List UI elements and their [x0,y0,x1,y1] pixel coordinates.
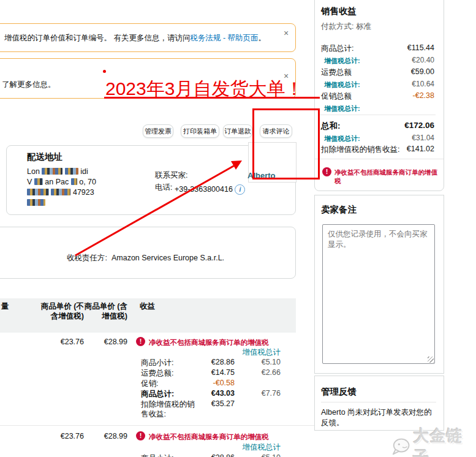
sales-divider [315,159,444,159]
warning-icon: ! [322,167,331,176]
annotation-underline [104,97,320,99]
sales-row-sub-label: 增值税总计: [324,80,360,89]
sales-total-vat-value: €31.04 [385,134,434,142]
sales-proceeds-title: 销售收益 [321,6,357,17]
row1-price-ex-vat: €23.76 [35,338,84,346]
redacted-block [42,168,62,175]
breakdown-value: -€0.58 [179,379,235,387]
row1-vat-total-header: 增值税总计 [233,347,281,358]
watermark: 大金链子 [391,425,476,457]
sales-row-value: €115.44 [385,43,434,52]
feedback-divider [321,402,436,402]
manage-feedback-title: 管理反馈 [321,386,357,398]
col-proceeds: 收益 [140,301,155,312]
breakdown-value: €14.75 [179,368,235,377]
breakdown-value: €28.86 [179,453,235,457]
manage-invoice-button[interactable]: 管理发票 [143,124,173,138]
vat-notice-box: 增值税的订单价值和订单编号。 有关更多信息，请访问税务法规 - 帮助页面。 × [0,23,296,52]
seller-notes-card: 卖家备注 [314,195,444,374]
warning-icon: ! [136,337,145,346]
annotation-rectangle [252,108,320,179]
order-refund-button[interactable]: 订单退款 [223,124,252,138]
row2-vat-warning: 净收益不包括商城服务商订单的增值税 [149,432,269,442]
annotation-dot [103,70,106,73]
shipping-address-line4 [27,198,45,207]
annotation-arrow [61,153,251,263]
sales-warning: 净收益不包括商城服务商订单的增值税 [334,168,444,186]
row-divider [0,425,314,426]
sales-row-sub-label: 增值税总计: [324,56,360,66]
print-packing-slip-button[interactable]: 打印装箱单 [181,124,219,138]
sales-row-sub-label: 增值税总计: [324,104,360,113]
sales-row-value: -€2.38 [385,91,434,100]
breakdown-value: €43.03 [179,389,235,398]
sales-proceeds-card: 销售收益 付款方式: 标准 商品总计: €115.44 增值税总计: €20.4… [314,0,444,191]
watermark-text: 大金链子 [413,425,476,457]
sales-row-value: €59.00 [385,67,434,76]
manage-invoice-label: 管理发票 [145,127,172,136]
row1-vat-warning: 净收益不包括商城服务商订单的增值税 [149,338,269,347]
seller-notes-input[interactable] [322,224,435,364]
row2-vat-total-header: 增值税总计 [233,442,281,453]
breakdown-value: €28.86 [179,358,235,366]
resize-handle[interactable] [428,357,434,363]
breakdown-vat: €5.10 [233,358,281,366]
sales-row-label: 促销总额 [321,91,352,102]
sales-row-sub-value: €10.64 [385,80,434,88]
sales-total-value: €172.06 [385,121,434,130]
close-icon[interactable]: × [284,29,289,37]
col-qty: 量 [1,301,9,312]
breakdown-value: €35.27 [179,399,235,408]
redacted-block [27,199,45,206]
row2-price-inc-vat: €28.99 [78,432,127,440]
breakdown-vat: €2.66 [233,368,281,377]
sales-row-sub-value: €20.40 [385,56,434,64]
manage-feedback-card: 管理反馈 Alberto 尚未对此订单发表对您的反馈。 [314,376,444,431]
shipping-address-title: 配送地址 [27,151,62,163]
col-price-ex-vat: 商品单价 (不含增值税) [36,301,84,321]
redacted-block [27,189,49,195]
print-packing-slip-label: 打印装箱单 [183,127,217,136]
sales-divider [320,115,436,115]
breakdown-vat: €5.10 [233,453,281,457]
breakdown-vat: €7.76 [233,389,281,398]
tax-policy-link[interactable]: 税务法规 - 帮助页面 [190,34,258,42]
row1-price-inc-vat: €28.99 [78,338,127,346]
redacted-block [34,178,43,185]
info-notice-text: 了解更多信息。 [2,80,56,90]
seller-notes-title: 卖家备注 [321,204,357,216]
chat-bubble-icon [391,436,410,457]
vat-notice-text: 增值税的订单价值和订单编号。 有关更多信息，请访问税务法规 - 帮助页面。 [4,33,266,43]
order-refund-label: 订单退款 [224,127,251,136]
sales-total-label: 总和: [321,121,341,132]
vat-notice-text-main: 增值税的订单价值和订单编号。 有关更多信息，请访问 [4,34,190,42]
sales-row-label: 运费总额 [321,67,352,78]
sales-total-vat-label: 增值税总计: [324,134,360,143]
payment-method: 付款方式: 标准 [321,21,371,32]
sales-net-value: €141.02 [385,145,434,153]
address-text: V [27,178,32,186]
address-text: Lon [27,167,40,176]
vat-notice-text-suffix: 。 [259,34,266,42]
col-price-inc-vat: 商品单价 (含增值税) [78,301,127,321]
row2-price-ex-vat: €23.76 [35,432,84,440]
sales-row-label: 商品总计: [321,43,353,54]
warning-icon: ! [136,431,145,440]
